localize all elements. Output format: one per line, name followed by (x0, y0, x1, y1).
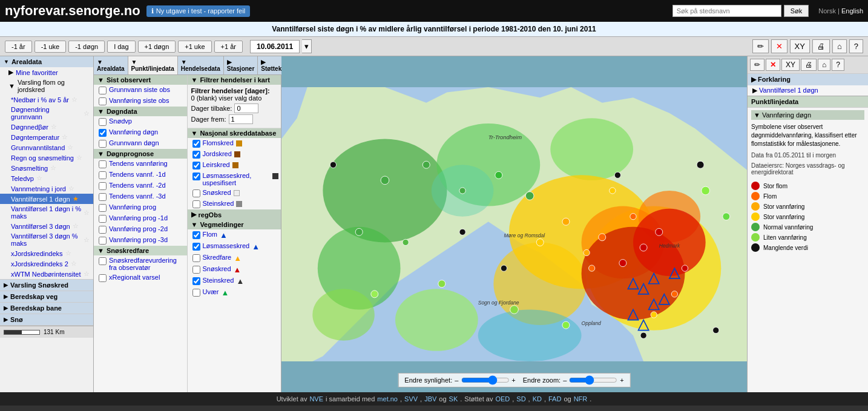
tool-help[interactable]: ? (849, 39, 863, 53)
footer-sk[interactable]: SK (449, 395, 458, 403)
snoskred-link[interactable]: Snøskred (203, 189, 231, 196)
tendens-1d-checkbox[interactable] (99, 171, 107, 179)
snoskred-veg-checkbox[interactable] (192, 266, 200, 274)
xregionalt-link[interactable]: xRegionalt varsel (109, 274, 160, 281)
vannforing-prog-3d-link[interactable]: Vannføring prog -3d (109, 236, 168, 243)
xji-star[interactable]: ☆ (65, 249, 71, 257)
mine-favoritter-link[interactable]: Mine favoritter (16, 69, 58, 76)
dognendring-grunnvann-item[interactable]: Døgnendring grunnvann ☆ (0, 105, 93, 122)
dogntemperatur-star[interactable]: ☆ (62, 133, 68, 141)
footer-kd[interactable]: KD (533, 395, 542, 403)
vanntilforsel-right-link[interactable]: Vanntilførsel 1 døgn (759, 87, 818, 94)
vannforing-prog-link[interactable]: Vannføring prog (109, 203, 156, 211)
vegmeldinger-header[interactable]: ▼ Vegmeldinger (188, 220, 281, 229)
tab-stasjoner[interactable]: ▶ Stasjoner (224, 56, 258, 74)
nedbor-item[interactable]: *Nedbør i % av 5 år ☆ (0, 94, 93, 105)
losmasseskred-veg-checkbox[interactable] (192, 243, 200, 251)
xji2-star[interactable]: ☆ (71, 260, 77, 268)
lang-english[interactable]: English (841, 7, 863, 15)
vannforing-prog-2d-link[interactable]: Vannføring prog -2d (109, 225, 168, 232)
xjordskredindeks-link[interactable]: xJordskredindeks (11, 250, 63, 257)
search-button[interactable]: Søk (784, 5, 809, 17)
footer-nve[interactable]: NVE (309, 395, 323, 403)
regobs-header[interactable]: ▶ regObs (188, 209, 281, 220)
vanntilforsel-right-item[interactable]: ▶ Vanntilførsel 1 døgn (748, 85, 868, 96)
vannmetning-item[interactable]: Vannmetning i jord ☆ (0, 183, 93, 194)
teledvp-item[interactable]: Teledvp ☆ (0, 173, 93, 183)
grunnvann-obs-checkbox[interactable] (99, 87, 107, 94)
tab-punkt[interactable]: ▼ Punkt/linjedata (128, 56, 178, 74)
grunnvanntilstand-link[interactable]: Grunnvanntilstand (11, 144, 65, 151)
xjordskredindeks2-link[interactable]: xJordskredindeks 2 (11, 260, 68, 268)
skredfare-link[interactable]: Skredfare (203, 254, 232, 261)
rt-print[interactable]: 🖨 (801, 59, 817, 71)
vannforing-prog-2d-checkbox[interactable] (99, 226, 107, 234)
teledvp-star[interactable]: ☆ (36, 174, 42, 182)
rt-home[interactable]: ⌂ (818, 59, 830, 71)
regn-snosmelting-link[interactable]: Regn og snøsmelting (11, 154, 74, 162)
dogndata-header[interactable]: ▼ Døgndata (94, 107, 187, 116)
mine-favoritter-item[interactable]: ▶ Mine favoritter (0, 67, 93, 77)
jordskred-checkbox[interactable] (192, 151, 200, 159)
snoskredfar-checkbox[interactable] (99, 257, 107, 265)
tendens-2d-link[interactable]: Tendens vannf. -2d (109, 182, 166, 189)
tool-pencil[interactable]: ✏ (752, 39, 769, 53)
losmasseskred-veg-link[interactable]: Løsmasseskred (203, 242, 250, 249)
visibility-slider[interactable] (461, 375, 509, 385)
grunnvanntilstand-star[interactable]: ☆ (67, 143, 73, 151)
nasjonal-skred-header[interactable]: ▼ Nasjonal skreddatabase (188, 128, 281, 138)
footer-metno[interactable]: met.no (377, 395, 398, 403)
vanntilforsel-1dogn-link[interactable]: Vanntilførsel 1 døgn (11, 196, 70, 203)
forklaring-header[interactable]: ▶ Forklaring (748, 74, 868, 85)
lang-norsk[interactable]: Norsk (818, 7, 836, 15)
footer-svv[interactable]: SVV (404, 395, 418, 403)
vannmetning-link[interactable]: Vannmetning i jord (11, 185, 66, 192)
regn-snosmelting-item[interactable]: Regn og snøsmelting ☆ (0, 153, 93, 163)
steinskred-link[interactable]: Steinskred (203, 200, 234, 207)
vt1maks-star[interactable]: ☆ (84, 209, 90, 217)
teledvp-link[interactable]: Teledvp (11, 175, 34, 182)
footer-nfr[interactable]: NFR (574, 395, 588, 403)
grunnvanntilstand-item[interactable]: Grunnvanntilstand ☆ (0, 142, 93, 153)
flomskred-link[interactable]: Flomskred (203, 139, 234, 146)
vanntilforsel-1dogn-maks-link[interactable]: Vanntilførsel 1 døgn i % maks (11, 205, 81, 220)
vanntilforsel-star[interactable]: ★ (73, 195, 79, 203)
tab-arealdata[interactable]: ▼ Arealdata (94, 56, 128, 74)
nedbor-link[interactable]: *Nedbør i % av 5 år (11, 96, 69, 104)
vannforing-dogn-checkbox[interactable] (99, 129, 107, 137)
uvaer-checkbox[interactable] (192, 289, 200, 297)
steinskred-veg-link[interactable]: Steinskred (203, 277, 234, 284)
footer-jbv[interactable]: JBV (424, 395, 436, 403)
dager-tilbake-input[interactable] (234, 104, 258, 113)
snoskredfar-link[interactable]: Snøskredfarevurdering fra observatør (109, 257, 185, 271)
dager-frem-input[interactable] (229, 114, 253, 124)
filtrer-header[interactable]: ▼ Filtrer hendelser i kart (188, 75, 281, 85)
dognnedborg-item[interactable]: Døgnnedβør ☆ (0, 122, 93, 132)
tool-close[interactable]: ✕ (771, 39, 787, 53)
rt-xy[interactable]: XY (781, 59, 800, 71)
grunnvann-dogn-checkbox[interactable] (99, 140, 107, 148)
vanntilforsel-3dogn-item[interactable]: Vanntilførsel 3 døgn ☆ (0, 221, 93, 231)
xjordskredindeks-item[interactable]: xJordskredindeks ☆ (0, 248, 93, 258)
tendens-3d-checkbox[interactable] (99, 193, 107, 201)
snodvp-link[interactable]: Snødvp (109, 117, 132, 125)
vannforing-obs-checkbox[interactable] (99, 97, 107, 105)
arealdata-header[interactable]: ▼ Arealdata (0, 56, 93, 67)
vanntilforsel-3dogn-maks-item[interactable]: Vanntilførsel 3 døgn % maks ☆ (0, 231, 93, 248)
xjordskredindeks2-item[interactable]: xJordskredindeks 2 ☆ (0, 258, 93, 269)
footer-sd[interactable]: SD (516, 395, 525, 403)
vt3dmaks-star[interactable]: ☆ (84, 236, 90, 244)
leirskred-link[interactable]: Leirskred (203, 161, 230, 168)
xwtm-link[interactable]: xWTM Nedbørintensitet (11, 271, 81, 278)
sist-observert-header[interactable]: ▼ Sist observert (94, 75, 187, 85)
vannforing-prog-1d-checkbox[interactable] (99, 215, 107, 223)
xregionalt-checkbox[interactable] (99, 274, 107, 282)
steinskred-checkbox[interactable] (192, 200, 200, 208)
vanntilforsel-1dogn-item[interactable]: Vanntilførsel 1 døgn ★ (0, 194, 93, 204)
tendens-vannforing-checkbox[interactable] (99, 160, 107, 168)
dogntemperatur-item[interactable]: Døgntemperatur ☆ (0, 132, 93, 142)
vannforing-dogn-link[interactable]: Vannføring døgn (109, 128, 158, 136)
map-area[interactable]: Tr-Trondheim Møre og Romsdal Sogn og Fjo… (281, 56, 747, 392)
dognnedborg-link[interactable]: Døgnnedβør (11, 123, 48, 131)
nedbor-star[interactable]: ☆ (71, 96, 77, 104)
